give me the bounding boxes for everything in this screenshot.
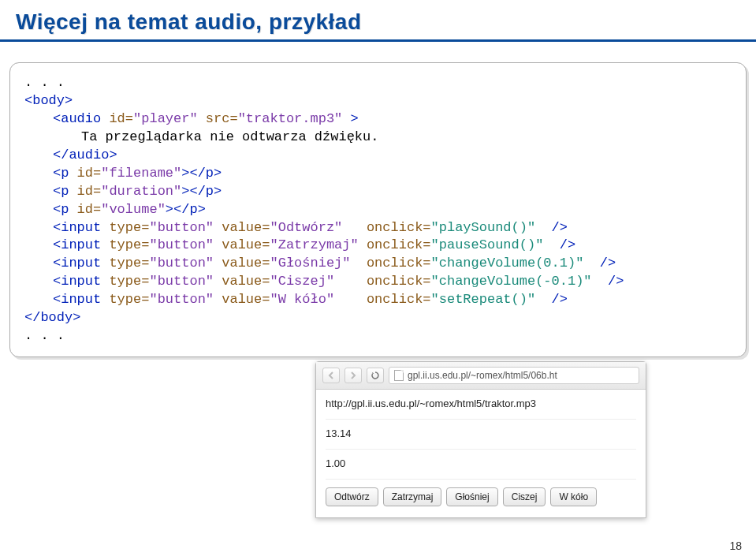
chevron-right-icon (349, 371, 357, 379)
code-line: <p id="duration"></p> (24, 183, 732, 201)
url-bar[interactable]: gpl.ii.us.edu.pl/~romex/html5/06b.ht (389, 367, 639, 384)
title-bar: Więcej na temat audio, przykład (0, 0, 756, 42)
code-line: <input type="button" value="W kóło" oncl… (24, 291, 732, 309)
volume-text: 1.00 (326, 457, 636, 469)
slide: Więcej na temat audio, przykład . . . <b… (0, 0, 756, 560)
filename-text: http://gpl.ii.us.edu.pl/~romex/html5/tra… (326, 398, 636, 409)
duration-text: 13.14 (326, 427, 636, 439)
divider (326, 419, 636, 420)
quieter-button[interactable]: Ciszej (503, 487, 546, 506)
chevron-left-icon (327, 371, 335, 379)
play-button[interactable]: Odtwórz (326, 487, 378, 506)
button-row: Odtwórz Zatrzymaj Głośniej Ciszej W kóło (326, 487, 636, 506)
code-line: <input type="button" value="Odtwórz" onc… (24, 219, 732, 237)
pause-button[interactable]: Zatrzymaj (383, 487, 442, 506)
page-number: 18 (729, 539, 742, 552)
code-line: <p id="volume"></p> (24, 201, 732, 219)
louder-button[interactable]: Głośniej (446, 487, 497, 506)
code-line: <input type="button" value="Głośniej" on… (24, 255, 732, 273)
code-line: . . . (24, 74, 732, 92)
url-text: gpl.ii.us.edu.pl/~romex/html5/06b.ht (408, 370, 557, 381)
reload-icon (371, 371, 380, 380)
page-icon (394, 370, 404, 381)
browser-body: http://gpl.ii.us.edu.pl/~romex/html5/tra… (316, 390, 646, 517)
forward-button[interactable] (344, 368, 362, 383)
code-line: <input type="button" value="Ciszej" oncl… (24, 273, 732, 291)
code-line: <p id="filename"></p> (24, 165, 732, 183)
code-line: </audio> (24, 147, 732, 165)
code-line: Ta przeglądarka nie odtwarza dźwięku. (24, 129, 732, 147)
code-box: . . . <body> <audio id="player" src="tra… (9, 62, 747, 357)
code-line: </body> (24, 309, 732, 327)
code-line: . . . (24, 327, 732, 345)
back-button[interactable] (322, 368, 340, 383)
code-line: <body> (24, 92, 732, 110)
code-line: <audio id="player" src="traktor.mp3" > (24, 110, 732, 129)
slide-title: Więcej na temat audio, przykład (16, 9, 740, 35)
browser-window: gpl.ii.us.edu.pl/~romex/html5/06b.ht htt… (315, 361, 646, 518)
divider (326, 479, 636, 480)
divider (326, 449, 636, 450)
browser-toolbar: gpl.ii.us.edu.pl/~romex/html5/06b.ht (316, 362, 646, 390)
code-line: <input type="button" value="Zatrzymaj" o… (24, 237, 732, 255)
repeat-button[interactable]: W kóło (550, 487, 597, 506)
reload-button[interactable] (367, 368, 384, 383)
